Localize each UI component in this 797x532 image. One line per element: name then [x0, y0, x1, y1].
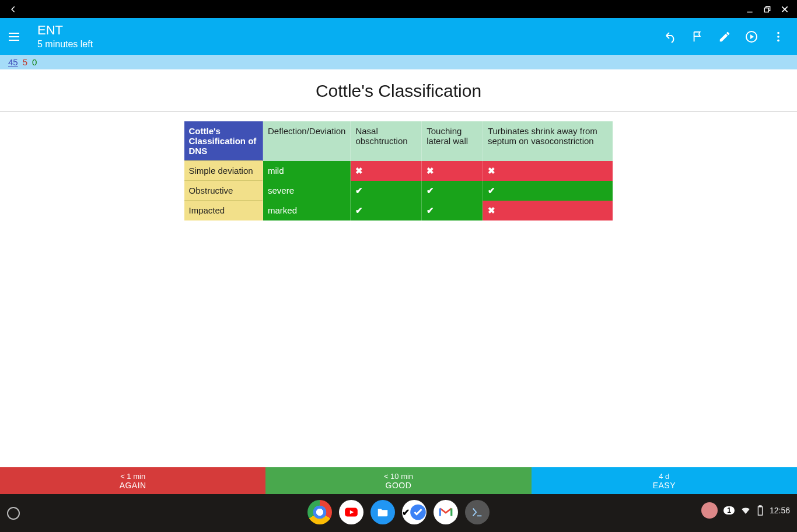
- table-cell: [422, 201, 483, 220]
- app-chrome-icon[interactable]: [307, 500, 332, 524]
- answer-good-button[interactable]: < 10 min GOOD: [265, 467, 531, 494]
- table-cell: severe: [263, 181, 351, 201]
- review-counts: 45 5 0: [0, 55, 797, 69]
- table-cell: mild: [263, 161, 351, 181]
- table-cell: [483, 181, 613, 201]
- svg-point-4: [777, 39, 779, 41]
- window-titlebar: [0, 0, 797, 18]
- svg-rect-8: [759, 506, 761, 507]
- table-corner-header: Cottle's Classification of DNS: [184, 121, 263, 161]
- answer-label: EASY: [532, 481, 797, 490]
- app-files-icon[interactable]: [370, 500, 395, 524]
- app-ticktick-icon[interactable]: [402, 500, 427, 524]
- card-content: Cottle's Classification Cottle's Classif…: [0, 69, 797, 467]
- launcher-icon[interactable]: [7, 507, 20, 520]
- table-row: Obstructivesevere: [184, 181, 613, 201]
- flag-icon[interactable]: [691, 30, 705, 44]
- menu-icon[interactable]: [7, 30, 21, 44]
- row-label: Impacted: [184, 201, 263, 220]
- classification-table: Cottle's Classification of DNS Deflectio…: [184, 121, 613, 220]
- answer-time: < 10 min: [265, 472, 531, 481]
- app-gmail-icon[interactable]: [434, 500, 458, 524]
- answer-time: 4 d: [532, 472, 797, 481]
- answer-bar: < 1 min AGAIN < 10 min GOOD 4 d EASY: [0, 467, 797, 494]
- battery-icon: [757, 505, 764, 516]
- table-cell: [483, 161, 613, 181]
- restore-icon[interactable]: [763, 5, 771, 13]
- edit-icon[interactable]: [718, 30, 732, 44]
- minimize-icon[interactable]: [746, 5, 754, 13]
- count-learn: 5: [23, 57, 27, 67]
- clock: 12:56: [770, 506, 790, 515]
- row-label: Simple deviation: [184, 161, 263, 181]
- table-row: Simple deviationmild: [184, 161, 613, 181]
- col-header: Touching lateral wall: [422, 121, 483, 161]
- answer-easy-button[interactable]: 4 d EASY: [532, 467, 797, 494]
- answer-again-button[interactable]: < 1 min AGAIN: [0, 467, 265, 494]
- answer-label: AGAIN: [0, 481, 265, 490]
- undo-icon[interactable]: [664, 30, 678, 44]
- col-header: Deflection/Deviation: [263, 121, 351, 161]
- table-cell: [351, 201, 422, 220]
- system-tray[interactable]: 1 12:56: [701, 502, 790, 519]
- avatar-icon[interactable]: [701, 502, 718, 519]
- app-terminal-icon[interactable]: [465, 500, 490, 524]
- svg-point-2: [777, 32, 779, 34]
- wifi-icon: [740, 505, 751, 516]
- svg-point-3: [777, 36, 779, 38]
- table-cell: [422, 161, 483, 181]
- col-header: Nasal obschtruction: [351, 121, 422, 161]
- table-cell: marked: [263, 201, 351, 220]
- answer-label: GOOD: [265, 481, 531, 490]
- table-cell: [422, 181, 483, 201]
- play-circle-icon[interactable]: [744, 30, 758, 44]
- table-header-row: Cottle's Classification of DNS Deflectio…: [184, 121, 613, 161]
- chromeos-shelf: 1 12:56: [0, 494, 797, 532]
- deck-title: ENT: [37, 23, 93, 37]
- notification-badge[interactable]: 1: [723, 506, 735, 514]
- row-label: Obstructive: [184, 181, 263, 201]
- back-arrow-icon[interactable]: [8, 4, 19, 15]
- more-icon[interactable]: [771, 30, 785, 44]
- answer-time: < 1 min: [0, 472, 265, 481]
- svg-rect-7: [758, 507, 762, 515]
- time-left: 5 minutes left: [37, 39, 93, 50]
- svg-rect-0: [764, 8, 768, 12]
- count-review: 0: [32, 57, 37, 67]
- close-icon[interactable]: [781, 5, 789, 13]
- table-cell: [351, 181, 422, 201]
- table-row: Impactedmarked: [184, 201, 613, 220]
- app-bar: ENT 5 minutes left: [0, 18, 797, 55]
- card-question: Cottle's Classification: [0, 69, 797, 101]
- col-header: Turbinates shrink away from septum on va…: [483, 121, 613, 161]
- table-cell: [483, 201, 613, 220]
- table-cell: [351, 161, 422, 181]
- count-new: 45: [8, 57, 18, 67]
- app-youtube-icon[interactable]: [339, 500, 363, 524]
